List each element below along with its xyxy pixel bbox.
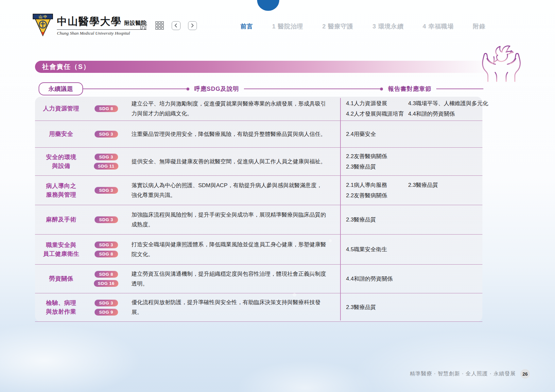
sdg-badge: SDG 3 [95, 131, 118, 138]
topic-cell: 勞資關係 [35, 274, 87, 283]
chapter-line: 4.2人才發展與職涯培育4.4和諧的勞資關係 [346, 110, 482, 118]
sdg-badges: SDG 3SDG 8 [87, 241, 125, 257]
hands-dove-icon [479, 42, 523, 83]
header-connector-line [83, 89, 186, 89]
chapter-line: 2.4用藥安全 [346, 130, 482, 139]
chapters-cell: 2.3醫療品質 [340, 303, 482, 312]
topic-label: 勞資關係 [49, 274, 73, 283]
description-cell: 提供安全、無障礙且健康友善的就醫空間，促進病人與工作人員之健康與福祉。 [125, 157, 340, 167]
chapter-ref: 4.4和諧的勞資關係 [346, 275, 393, 283]
header-connector-line [436, 89, 483, 89]
description-cell: 落實以病人為中心的照護、SDM與ACP，有助提升病人參與感與就醫滿意度，強化尊重… [125, 181, 340, 200]
nav-item-0[interactable]: 前言 [240, 22, 253, 30]
home-icon [138, 21, 148, 30]
description-text: 建立公平、培力與激勵制度，促進優質就業與醫療專業的永續發展，形成具吸引力與留才力… [131, 99, 326, 119]
chapters-cell: 2.4用藥安全 [340, 130, 482, 139]
description-cell: 加強臨床流程與風險控制，提升手術安全與成功率，展現精準醫療與臨床品質的成熟度。 [125, 210, 340, 230]
col-header-chapters: 報告書對應章節 [388, 85, 431, 93]
topic-label: 與設備 [52, 162, 70, 171]
sdg-badge: SDG 3 [95, 241, 118, 248]
top-blue-tab [257, 0, 279, 11]
chapter-line: 2.3醫療品質 [346, 163, 482, 171]
chapters-cell: 2.2友善醫病關係2.3醫療品質 [340, 152, 482, 171]
description-text: 優化流程與放射防護，提升準確性與安全性，有助臨床決策支持與醫療科技發展。 [131, 298, 326, 317]
chapter-ref: 4.2人才發展與職涯培育 [346, 110, 408, 118]
chapter-line: 2.1病人導向服務2.3醫療品質 [346, 181, 482, 189]
topic-label: 安全的環境 [46, 153, 77, 162]
sdg-badge: SDG 3 [95, 154, 118, 160]
header-dot [186, 88, 189, 90]
nav-item-5[interactable]: 附錄 [473, 22, 486, 30]
table-header: 永續議題 呼應SDG及說明 報告書對應章節 [39, 82, 483, 95]
sdg-badges: SDG 8 [87, 105, 125, 112]
chapter-line: 2.3醫療品質 [346, 303, 482, 312]
sdg-badges: SDG 3 [87, 216, 125, 223]
chapter-line: 4.4和諧的勞資關係 [346, 275, 482, 283]
topic-label: 人力資源管理 [43, 104, 79, 113]
section-title: 社會責任（S） [35, 62, 90, 71]
prev-page-button[interactable] [171, 20, 181, 31]
hospital-name-zh: 中山醫學大學 [57, 15, 122, 28]
topic-label: 用藥安全 [49, 130, 73, 139]
sdg-badge: SDG 8 [95, 271, 118, 278]
chapters-cell: 4.1人力資源發展4.3職場平等、人權維護與多元化4.2人才發展與職涯培育4.4… [340, 99, 482, 118]
menu-grid-button[interactable] [154, 20, 165, 31]
sdg-badges: SDG 3SDG 9 [87, 300, 125, 316]
chapter-nav: 前言1 醫院治理2 醫療守護3 環境永續4 幸福職場附錄 [240, 22, 486, 30]
nav-item-4[interactable]: 4 幸福職場 [423, 22, 454, 30]
topic-label: 員工健康衛生 [43, 250, 79, 258]
column-divider [340, 98, 341, 320]
topic-label: 與放射作業 [46, 307, 77, 316]
table-row: 職業安全與員工健康衛生SDG 3SDG 8打造安全職場與健康照護體系，降低職業風… [35, 235, 482, 265]
topic-label: 病人導向之 [46, 182, 77, 190]
chevron-right-icon [190, 24, 194, 27]
description-text: 建立勞資互信與溝通機制，提升組織穩定度與包容性治理，體現社會正義與制度透明。 [131, 269, 326, 289]
description-text: 落實以病人為中心的照護、SDM與ACP，有助提升病人參與感與就醫滿意度，強化尊重… [131, 181, 326, 200]
chapter-ref: 2.1病人導向服務 [346, 181, 408, 189]
chapter-ref: 2.2友善醫病關係 [346, 191, 387, 200]
table-row: 勞資關係SDG 8SDG 16建立勞資互信與溝通機制，提升組織穩定度與包容性治理… [35, 265, 482, 293]
topic-cell: 病人導向之服務與管理 [35, 182, 87, 199]
chapter-ref: 4.3職場平等、人權維護與多元化 [408, 99, 488, 108]
table-row: 麻醉及手術SDG 3加強臨床流程與風險控制，提升手術安全與成功率，展現精準醫療與… [35, 205, 482, 235]
sdg-badge: SDG 3 [95, 300, 118, 306]
col-header-topics: 永續議題 [39, 82, 83, 95]
topic-label: 麻醉及手術 [46, 215, 77, 224]
next-page-button[interactable] [187, 20, 198, 31]
chapters-cell: 4.5職業安全衛生 [340, 245, 482, 254]
chapter-ref: 2.4用藥安全 [346, 130, 376, 139]
home-button[interactable] [138, 20, 148, 31]
nav-item-3[interactable]: 3 環境永續 [373, 22, 404, 30]
nav-item-1[interactable]: 1 醫院治理 [272, 22, 303, 30]
chapter-line: 4.5職業安全衛生 [346, 245, 482, 254]
topic-cell: 用藥安全 [35, 130, 87, 139]
chapters-cell: 2.1病人導向服務2.3醫療品質2.2友善醫病關係 [340, 181, 482, 200]
chapter-line: 2.2友善醫病關係 [346, 152, 482, 161]
sdg-badge: SDG 3 [95, 187, 118, 194]
table-row: 人力資源管理SDG 8建立公平、培力與激勵制度，促進優質就業與醫療專業的永續發展… [35, 97, 482, 121]
hospital-logo: 山 中 中山醫學大學 附設醫院 Chung Shan Medical Unive… [33, 14, 147, 37]
chapter-line: 2.3醫療品質 [346, 216, 482, 224]
nav-item-2[interactable]: 2 醫療守護 [322, 22, 353, 30]
chapter-line: 4.1人力資源發展4.3職場平等、人權維護與多元化 [346, 99, 482, 108]
hospital-emblem-icon: 山 中 [33, 14, 53, 37]
header-dot [380, 88, 383, 90]
sdg-badge: SDG 11 [94, 163, 118, 170]
page-number: 26 [520, 369, 530, 379]
sdg-badge: SDG 16 [94, 280, 118, 287]
description-cell: 注重藥品管理與使用安全，降低醫療風險，有助提升整體醫療品質與病人信任。 [125, 129, 340, 139]
chapter-ref: 2.3醫療品質 [346, 163, 376, 171]
description-cell: 建立公平、培力與激勵制度，促進優質就業與醫療專業的永續發展，形成具吸引力與留才力… [125, 99, 340, 119]
sdg-badges: SDG 3 [87, 187, 125, 194]
section-band: 社會責任（S） [35, 61, 486, 73]
chapter-ref: 4.5職業安全衛生 [346, 245, 387, 254]
description-text: 打造安全職場與健康照護體系，降低職業風險並促進員工身心健康，形塑健康醫院文化。 [131, 240, 326, 259]
topic-cell: 安全的環境與設備 [35, 153, 87, 171]
description-text: 加強臨床流程與風險控制，提升手術安全與成功率，展現精準醫療與臨床品質的成熟度。 [131, 210, 326, 230]
chapter-ref: 2.2友善醫病關係 [346, 152, 387, 161]
sdg-badges: SDG 8SDG 16 [87, 271, 125, 287]
svg-text:山 中: 山 中 [39, 15, 47, 19]
description-cell: 優化流程與放射防護，提升準確性與安全性，有助臨床決策支持與醫療科技發展。 [125, 298, 340, 317]
chapters-cell: 4.4和諧的勞資關係 [340, 275, 482, 283]
footer-slogan: 精準醫療 · 智慧創新 · 全人照護 · 永續發展 [410, 370, 516, 377]
